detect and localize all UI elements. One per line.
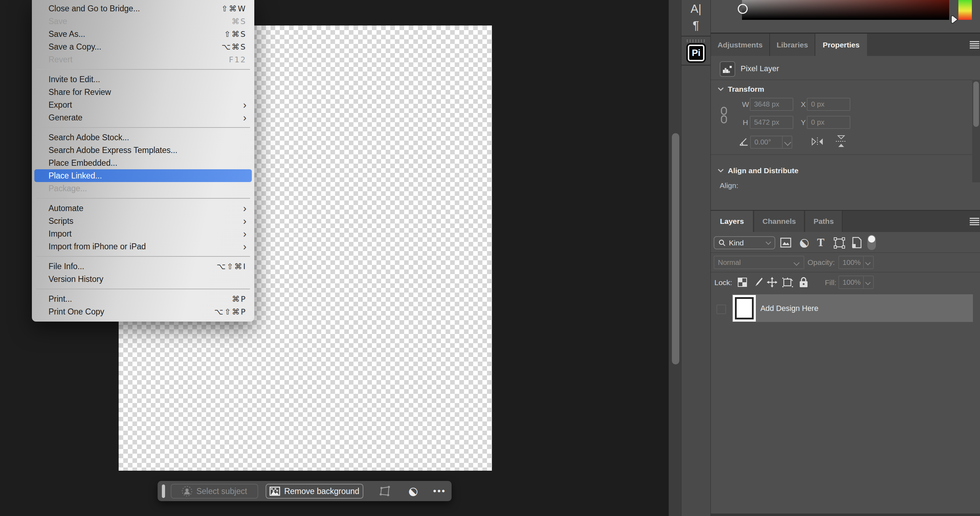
menu-item-revert: Revert F12	[32, 53, 254, 66]
file-menu-popup: Close and Go to Bridge... ⇧⌘W Save ⌘S Sa…	[32, 0, 254, 322]
panel-bottom-edge	[711, 513, 980, 516]
strip-divider	[681, 36, 711, 37]
menu-item-save: Save ⌘S	[32, 15, 254, 28]
submenu-chevron-icon: ›	[243, 203, 247, 213]
menu-item-scripts[interactable]: Scripts ›	[32, 215, 254, 227]
submenu-chevron-icon: ›	[243, 242, 247, 252]
properties-tab-bar: Adjustments Libraries Properties	[711, 33, 980, 56]
lock-artboard-icon[interactable]	[783, 278, 793, 287]
menu-item-print[interactable]: Print... ⌘P	[32, 293, 254, 305]
photoshop-window: A| ¶ Pi Adjustments Libraries Properties	[0, 0, 980, 516]
tab-layers[interactable]: Layers	[711, 211, 754, 232]
height-field[interactable]: 5472 px	[750, 116, 793, 129]
menu-item-search-adobe-express-templates[interactable]: Search Adobe Express Templates...	[32, 144, 254, 156]
lock-transparency-icon[interactable]	[738, 278, 747, 287]
properties-scrollbar-thumb[interactable]	[973, 81, 979, 127]
filter-shape-layers-icon[interactable]	[834, 237, 845, 248]
menu-item-search-adobe-stock[interactable]: Search Adobe Stock...	[32, 131, 254, 144]
menu-divider	[32, 285, 254, 293]
tab-properties[interactable]: Properties	[815, 33, 867, 56]
panel-drag-grip[interactable]	[687, 39, 705, 43]
layer-filter-kind-dropdown[interactable]: Kind	[714, 236, 775, 249]
menu-divider	[32, 253, 254, 260]
opacity-dropdown[interactable]: 100%	[838, 256, 874, 269]
more-options-icon[interactable]: •••	[432, 481, 447, 501]
menu-item-save-as[interactable]: Save As... ⇧⌘S	[32, 28, 254, 40]
hue-strip[interactable]	[958, 0, 972, 20]
paragraph-panel-icon[interactable]: ¶	[681, 16, 711, 34]
angle-field[interactable]: 0.00°	[750, 135, 792, 149]
remove-background-icon	[269, 487, 280, 496]
adjustments-preset-icon[interactable]: ◐	[405, 481, 420, 501]
layers-panel-menu-icon[interactable]	[970, 218, 979, 225]
remove-background-button[interactable]: Remove background	[266, 484, 363, 498]
layer-visibility-checkbox[interactable]	[716, 304, 726, 314]
fill-dropdown[interactable]: 100%	[838, 276, 874, 289]
person-select-icon	[182, 486, 192, 497]
rotate-angle-icon	[739, 137, 749, 146]
tab-paths[interactable]: Paths	[805, 211, 843, 232]
strip-divider	[681, 65, 711, 65]
panel-menu-icon[interactable]	[970, 41, 979, 49]
menu-item-invite-to-edit[interactable]: Invite to Edit...	[32, 73, 254, 86]
lock-image-pixels-icon[interactable]	[752, 277, 763, 288]
filter-type-layers-icon[interactable]: T	[817, 236, 824, 249]
menu-item-close-and-go-to-bridge[interactable]: Close and Go to Bridge... ⇧⌘W	[32, 2, 254, 15]
right-panel-column: Adjustments Libraries Properties Pixel L…	[711, 0, 980, 516]
align-label: Align:	[720, 182, 738, 190]
menu-item-place-linked-highlighted[interactable]: Place Linked...	[34, 169, 252, 182]
menu-divider	[32, 124, 254, 131]
lock-position-icon[interactable]	[767, 277, 777, 288]
link-dimensions-icon[interactable]	[720, 106, 728, 124]
submenu-chevron-icon: ›	[243, 216, 247, 226]
blend-mode-dropdown[interactable]: Normal	[714, 256, 804, 269]
filter-switch-toggle[interactable]	[867, 235, 876, 250]
pixel-layer-icon	[720, 61, 735, 77]
menu-item-version-history[interactable]: Version History	[32, 273, 254, 285]
transform-warp-icon[interactable]	[377, 481, 393, 501]
y-field[interactable]: 0 px	[807, 116, 850, 129]
plugin-panel-icon[interactable]: Pi	[688, 45, 705, 61]
x-field[interactable]: 0 px	[807, 98, 850, 111]
menu-item-import[interactable]: Import ›	[32, 227, 254, 240]
flip-horizontal-icon[interactable]	[811, 137, 824, 146]
width-label: W	[742, 100, 749, 109]
color-cursor-ring[interactable]	[738, 4, 748, 14]
menu-item-place-embedded[interactable]: Place Embedded...	[32, 156, 254, 169]
search-icon	[719, 239, 725, 246]
character-panel-icon[interactable]: A|	[681, 0, 711, 18]
color-shade-gradient[interactable]	[742, 0, 949, 20]
submenu-chevron-icon: ›	[243, 113, 247, 123]
x-label: X	[801, 100, 806, 109]
menu-item-automate[interactable]: Automate ›	[32, 202, 254, 215]
layer-name[interactable]: Add Design Here	[760, 304, 818, 313]
chevron-down-icon	[718, 169, 724, 172]
filter-smart-objects-icon[interactable]	[852, 237, 862, 248]
menu-item-share-for-review[interactable]: Share for Review	[32, 86, 254, 99]
menu-item-export[interactable]: Export ›	[32, 99, 254, 111]
filter-image-layers-icon[interactable]	[780, 237, 791, 248]
lock-all-icon[interactable]	[799, 277, 808, 288]
tab-adjustments[interactable]: Adjustments	[711, 33, 770, 56]
tab-libraries[interactable]: Libraries	[770, 33, 815, 56]
menu-item-file-info[interactable]: File Info... ⌥⇧⌘I	[32, 260, 254, 273]
flip-vertical-icon[interactable]	[835, 135, 847, 148]
width-field[interactable]: 3648 px	[750, 98, 793, 111]
menu-item-import-from-iphone-or-ipad[interactable]: Import from iPhone or iPad ›	[32, 240, 254, 253]
select-subject-button[interactable]: Select subject	[171, 484, 258, 498]
height-label: H	[743, 118, 748, 127]
menu-item-save-a-copy[interactable]: Save a Copy... ⌥⌘S	[32, 40, 254, 53]
document-scrollbar-thumb[interactable]	[672, 133, 679, 365]
menu-item-print-one-copy[interactable]: Print One Copy ⌥⇧⌘P	[32, 305, 254, 318]
divider	[711, 154, 980, 155]
menu-item-generate[interactable]: Generate ›	[32, 111, 254, 124]
divider	[711, 80, 980, 80]
transform-section-header[interactable]: Transform	[718, 85, 764, 94]
taskbar-drag-handle[interactable]	[162, 484, 165, 498]
hue-slider-pointer-icon[interactable]	[950, 15, 959, 24]
layer-thumbnail[interactable]	[733, 295, 756, 322]
y-label: Y	[801, 118, 806, 127]
tab-channels[interactable]: Channels	[754, 211, 805, 232]
filter-adjustment-layers-icon[interactable]: ◐	[795, 234, 812, 251]
align-section-header[interactable]: Align and Distribute	[718, 166, 799, 175]
